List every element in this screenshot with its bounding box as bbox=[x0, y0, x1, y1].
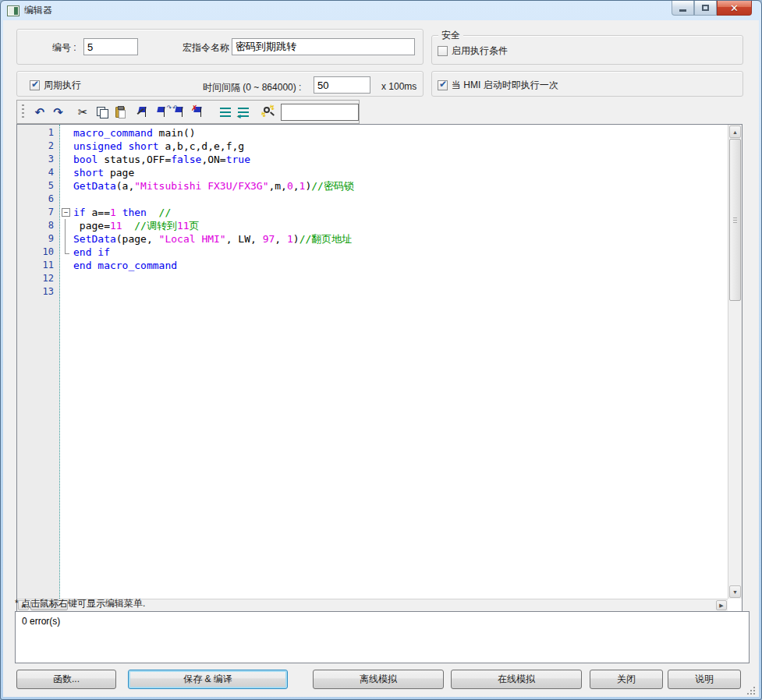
fold-marker-corner bbox=[60, 246, 73, 259]
help-button[interactable]: 说明 bbox=[668, 670, 741, 689]
code-line[interactable]: 10end if bbox=[17, 246, 728, 259]
line-number: 8 bbox=[17, 219, 60, 232]
next-bookmark-icon[interactable]: ↷ bbox=[154, 104, 173, 121]
code-line[interactable]: 11end macro_command bbox=[17, 259, 728, 272]
interval-unit-label: x 100ms bbox=[381, 81, 416, 92]
vertical-scrollbar[interactable]: ▲ ▼ bbox=[728, 125, 742, 599]
app-icon bbox=[7, 5, 19, 16]
cut-icon[interactable]: ✂ bbox=[73, 104, 92, 121]
vertical-scroll-thumb[interactable] bbox=[729, 139, 741, 301]
fold-column bbox=[60, 126, 73, 140]
macro-id-input[interactable] bbox=[83, 38, 138, 55]
periodic-label: 周期执行 bbox=[44, 79, 81, 92]
code-area[interactable]: 1macro_command main()2unsigned short a,b… bbox=[17, 125, 728, 599]
fold-column bbox=[60, 153, 73, 166]
macro-id-label: 编号 : bbox=[52, 41, 76, 55]
interval-label: 时间间隔 (0 ~ 864000) : bbox=[203, 81, 301, 94]
find-icon[interactable]: ↯↯ bbox=[259, 104, 278, 121]
code-text: GetData(a,"Mitsubishi FX3U/FX3G",m,0,1)/… bbox=[73, 179, 354, 193]
previous-bookmark-icon[interactable]: ↶ bbox=[172, 104, 191, 121]
title-bar[interactable]: 编辑器 ✕ bbox=[1, 1, 761, 20]
toggle-bookmark-icon[interactable] bbox=[136, 104, 154, 121]
compile-output: 0 error(s) bbox=[15, 611, 750, 663]
undo-icon[interactable]: ↶ bbox=[30, 104, 49, 121]
paste-icon[interactable] bbox=[111, 104, 129, 121]
editor-toolbar: ↶ ↷ ✂ ↷ ↶ ✗ ◂ ↯↯ bbox=[16, 100, 360, 124]
line-number: 4 bbox=[17, 166, 60, 179]
save-compile-button[interactable]: 保存 & 编译 bbox=[128, 670, 288, 689]
code-text: unsigned short a,b,c,d,e,f,g bbox=[73, 140, 244, 153]
fold-column bbox=[60, 285, 73, 299]
line-number: 9 bbox=[17, 232, 60, 246]
fold-marker-minus[interactable] bbox=[60, 206, 73, 219]
code-editor[interactable]: 1macro_command main()2unsigned short a,b… bbox=[16, 124, 743, 612]
window-title: 编辑器 bbox=[24, 4, 52, 17]
scroll-down-arrow-icon[interactable]: ▼ bbox=[729, 585, 741, 598]
line-number: 5 bbox=[17, 179, 60, 193]
line-number: 3 bbox=[17, 153, 60, 166]
code-text: page=11 //调转到11页 bbox=[73, 219, 200, 232]
toolbar-grip[interactable] bbox=[22, 104, 24, 120]
fold-marker-line bbox=[60, 232, 73, 246]
line-number: 2 bbox=[17, 140, 60, 153]
code-line[interactable]: 1macro_command main() bbox=[17, 126, 728, 140]
line-number: 7 bbox=[17, 206, 60, 219]
periodic-checkbox[interactable] bbox=[30, 80, 40, 90]
code-lines: 1macro_command main()2unsigned short a,b… bbox=[17, 126, 728, 299]
fold-column bbox=[60, 272, 73, 285]
uncomment-block-icon[interactable]: ◂ bbox=[235, 104, 253, 121]
code-line[interactable]: 6 bbox=[17, 193, 728, 206]
resize-grip[interactable] bbox=[746, 686, 756, 695]
code-line[interactable]: 3bool status,OFF=false,ON=true bbox=[17, 153, 728, 166]
online-sim-button[interactable]: 在线模拟 bbox=[451, 670, 582, 689]
macro-name-input[interactable] bbox=[232, 38, 415, 55]
code-text: SetData(page, "Local HMI", LW, 97, 1)//翻… bbox=[73, 232, 352, 246]
code-line[interactable]: 8 page=11 //调转到11页 bbox=[17, 219, 728, 232]
scroll-right-arrow-icon[interactable]: ▶ bbox=[716, 600, 727, 610]
code-line[interactable]: 7if a==1 then // bbox=[17, 206, 728, 219]
enable-condition-checkbox[interactable] bbox=[438, 46, 448, 56]
close-dialog-button[interactable]: 关闭 bbox=[590, 670, 663, 689]
run-on-startup-checkbox[interactable] bbox=[438, 80, 448, 90]
code-text: macro_command main() bbox=[73, 126, 196, 140]
dialog-client-area: 编号 : 宏指令名称 : 安全 启用执行条件 周期执行 时间间隔 (0 ~ 86… bbox=[3, 20, 759, 697]
code-text: end if bbox=[73, 246, 110, 259]
line-number: 1 bbox=[17, 126, 60, 140]
comment-block-icon[interactable] bbox=[216, 104, 235, 121]
interval-input[interactable] bbox=[314, 76, 370, 94]
security-legend: 安全 bbox=[438, 29, 463, 42]
fold-column bbox=[60, 193, 73, 206]
minimize-icon bbox=[679, 9, 686, 12]
redo-icon[interactable]: ↷ bbox=[49, 104, 68, 121]
search-input[interactable] bbox=[281, 104, 359, 121]
code-line[interactable]: 5GetData(a,"Mitsubishi FX3U/FX3G",m,0,1)… bbox=[17, 179, 728, 193]
functions-button[interactable]: 函数... bbox=[16, 670, 116, 689]
macro-info-group: 编号 : 宏指令名称 : bbox=[16, 29, 424, 65]
error-count: 0 error(s) bbox=[22, 616, 60, 627]
code-line[interactable]: 2unsigned short a,b,c,d,e,f,g bbox=[17, 140, 728, 153]
startup-group: 当 HMI 启动时即执行一次 bbox=[431, 71, 743, 97]
offline-sim-button[interactable]: 离线模拟 bbox=[313, 670, 444, 689]
fold-marker-line bbox=[60, 219, 73, 232]
periodic-group: 周期执行 时间间隔 (0 ~ 864000) : x 100ms bbox=[16, 71, 424, 97]
run-on-startup-label: 当 HMI 启动时即执行一次 bbox=[452, 79, 558, 92]
line-number: 10 bbox=[17, 246, 60, 259]
close-button[interactable]: ✕ bbox=[717, 1, 752, 16]
code-text: end macro_command bbox=[73, 259, 177, 272]
security-group: 安全 启用执行条件 bbox=[431, 35, 743, 65]
close-icon: ✕ bbox=[730, 2, 739, 14]
line-number: 6 bbox=[17, 193, 60, 206]
code-line[interactable]: 12 bbox=[17, 272, 728, 285]
clear-bookmarks-icon[interactable]: ✗ bbox=[191, 104, 210, 121]
code-line[interactable]: 9SetData(page, "Local HMI", LW, 97, 1)//… bbox=[17, 232, 728, 246]
line-number: 12 bbox=[17, 272, 60, 285]
copy-icon[interactable] bbox=[92, 104, 111, 121]
code-line[interactable]: 4short page bbox=[17, 166, 728, 179]
maximize-icon bbox=[702, 5, 709, 11]
line-number: 11 bbox=[17, 259, 60, 272]
minimize-button[interactable] bbox=[672, 1, 694, 16]
scroll-up-arrow-icon[interactable]: ▲ bbox=[729, 126, 741, 138]
maximize-button[interactable] bbox=[694, 1, 717, 16]
code-line[interactable]: 13 bbox=[17, 285, 728, 299]
fold-column bbox=[60, 166, 73, 179]
